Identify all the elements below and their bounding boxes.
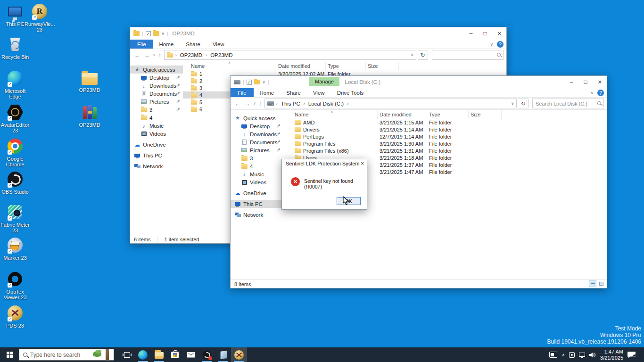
breadcrumb[interactable]: › OP23MD › OP23MD ∨: [164, 50, 416, 60]
taskbar-edge-button[interactable]: [135, 347, 151, 362]
taskbar-store-button[interactable]: [167, 347, 183, 362]
back-button[interactable]: ←: [233, 100, 242, 107]
search-input[interactable]: [432, 50, 503, 59]
minimize-button[interactable]: –: [464, 27, 478, 39]
desktop-icon-optitex-viewer[interactable]: ↗ OptiTex Viewer 23: [0, 271, 30, 300]
tray-app-icon[interactable]: [569, 352, 575, 358]
back-button[interactable]: ←: [133, 52, 141, 58]
sidebar-item-documents[interactable]: Documents: [231, 138, 283, 146]
task-view-button[interactable]: [119, 347, 135, 362]
recent-locations-icon[interactable]: ∨: [253, 101, 256, 106]
sidebar-item-downloads[interactable]: ↓Downloads: [130, 82, 183, 90]
search-box[interactable]: [532, 99, 604, 108]
desktop-icon-op23md-archive[interactable]: OP23MD: [74, 104, 105, 128]
tray-expand-icon[interactable]: ∧: [561, 353, 565, 357]
titlebar[interactable]: | ✓ ∨ | Manage Local Disk (C:) – □ ×: [231, 76, 607, 88]
volume-icon[interactable]: [589, 352, 596, 358]
desktop-icon-runwayview[interactable]: R↗ RunwayVie... 23: [25, 3, 55, 33]
qat-properties-icon[interactable]: ✓: [247, 80, 252, 85]
help-icon[interactable]: ?: [497, 41, 504, 48]
sidebar-item-videos[interactable]: Videos: [231, 178, 283, 186]
up-button[interactable]: ↑: [257, 100, 263, 107]
desktop-icon-recycle-bin[interactable]: Recycle Bin: [0, 36, 30, 60]
sidebar-item-this-pc[interactable]: This PC: [130, 151, 183, 159]
sidebar-item-quick-access[interactable]: ★Quick access: [231, 114, 283, 122]
tab-file[interactable]: File: [231, 88, 254, 97]
refresh-button[interactable]: ↻: [418, 50, 428, 60]
news-widget-icon[interactable]: [549, 352, 557, 358]
sidebar-item-music[interactable]: ♪Music: [231, 170, 283, 178]
taskbar-pds-button[interactable]: [231, 347, 247, 362]
forward-button[interactable]: →: [143, 52, 151, 58]
search-input[interactable]: [533, 99, 603, 108]
sidebar-item-3[interactable]: 3: [231, 154, 283, 162]
file-row[interactable]: Program Files3/21/2025 1:30 AMFile folde…: [283, 140, 607, 147]
taskbar-explorer-button[interactable]: [151, 347, 167, 362]
clock[interactable]: 1:47 AM 3/21/2025: [600, 349, 623, 361]
column-header-size[interactable]: Size: [469, 110, 502, 119]
column-header-name[interactable]: Name∧: [293, 110, 378, 119]
breadcrumb-segment[interactable]: Local Disk (C:): [307, 101, 345, 107]
thumbnail-view-button[interactable]: [597, 280, 605, 287]
address-dropdown-icon[interactable]: ∨: [511, 101, 514, 106]
sidebar-item-onedrive[interactable]: ☁OneDrive: [130, 140, 183, 148]
column-header-type[interactable]: Type: [427, 110, 469, 119]
qat-dropdown-icon[interactable]: ∨: [263, 80, 265, 84]
titlebar[interactable]: | ✓ ∨ | OP23MD – □ ×: [130, 27, 506, 40]
close-button[interactable]: ×: [593, 76, 607, 88]
file-row[interactable]: Program Files (x86)3/21/2025 1:31 AMFile…: [283, 147, 607, 154]
taskbar-mail-button[interactable]: [183, 347, 199, 362]
qat-new-folder-icon[interactable]: [153, 31, 159, 36]
sidebar-item-3[interactable]: 3: [130, 106, 183, 114]
ribbon-collapse-icon[interactable]: ∨: [490, 42, 493, 47]
ribbon-collapse-icon[interactable]: ∨: [590, 90, 594, 95]
tab-view[interactable]: View: [206, 40, 231, 49]
sidebar-item-desktop[interactable]: Desktop: [130, 74, 183, 82]
minimize-button[interactable]: –: [564, 76, 578, 88]
column-header-date[interactable]: Date modified: [378, 110, 427, 119]
tab-drive-tools[interactable]: Drive Tools: [331, 88, 370, 97]
desktop-icon-edge[interactable]: ↗ Microsoft Edge: [0, 70, 30, 99]
desktop-icon-fabric-meter[interactable]: ↗ Fabric Meter 23: [0, 204, 30, 233]
breadcrumb-segment[interactable]: This PC: [280, 101, 301, 107]
up-button[interactable]: ↑: [157, 52, 163, 58]
maximize-button[interactable]: □: [578, 76, 593, 88]
sidebar-item-4[interactable]: 4: [231, 162, 283, 170]
tab-home[interactable]: Home: [153, 40, 180, 49]
sidebar-item-onedrive[interactable]: ☁OneDrive: [231, 189, 283, 197]
tab-share[interactable]: Share: [280, 88, 307, 97]
sidebar-item-this-pc[interactable]: This PC: [231, 200, 283, 208]
desktop-icon-pds[interactable]: ↗ PDS 23: [0, 304, 30, 329]
qat-properties-icon[interactable]: ✓: [146, 31, 151, 36]
sidebar-item-4[interactable]: 4: [130, 114, 183, 122]
start-button[interactable]: [0, 347, 19, 362]
breadcrumb-segment[interactable]: OP23MD: [209, 52, 233, 58]
desktop-icon-marker[interactable]: ↗ Marker 23: [0, 237, 30, 261]
recent-locations-icon[interactable]: ∨: [153, 53, 156, 57]
sidebar-item-pictures[interactable]: Pictures: [130, 98, 183, 106]
qat-new-folder-icon[interactable]: [254, 80, 260, 84]
desktop-icon-op23md-folder[interactable]: OP23MD: [74, 69, 105, 93]
file-row[interactable]: PerfLogs12/7/2019 1:14 AMFile folder: [283, 133, 607, 140]
sidebar-item-quick-access[interactable]: ★Quick access: [130, 66, 183, 74]
taskbar-obs-button[interactable]: [199, 347, 215, 362]
sidebar-item-pictures[interactable]: Pictures: [231, 146, 283, 154]
column-header-name[interactable]: Name∧: [189, 62, 276, 70]
taskbar-search[interactable]: [19, 349, 114, 361]
column-header-size[interactable]: Size: [366, 62, 399, 70]
sidebar-item-desktop[interactable]: Desktop: [231, 122, 283, 130]
details-view-button[interactable]: [589, 280, 596, 287]
qat-dropdown-icon[interactable]: ∨: [162, 32, 165, 36]
show-desktop-button[interactable]: [640, 347, 642, 362]
file-row[interactable]: AMD3/21/2025 1:15 AMFile folder: [283, 119, 607, 126]
sidebar-item-downloads[interactable]: ↓Downloads: [231, 130, 283, 138]
tab-home[interactable]: Home: [254, 88, 281, 97]
sidebar-item-documents[interactable]: Documents: [130, 90, 183, 98]
breadcrumb[interactable]: › This PC › Local Disk (C:) › ∨: [264, 99, 517, 108]
sidebar-item-network[interactable]: Network: [130, 162, 183, 170]
file-row[interactable]: Drivers3/21/2025 1:14 AMFile folder: [283, 126, 607, 133]
search-box[interactable]: [432, 50, 504, 60]
desktop-icon-avatareditor[interactable]: ↗ AvatarEditor 23: [0, 104, 30, 133]
maximize-button[interactable]: □: [478, 27, 492, 39]
breadcrumb-segment[interactable]: OP23MD: [179, 52, 203, 58]
